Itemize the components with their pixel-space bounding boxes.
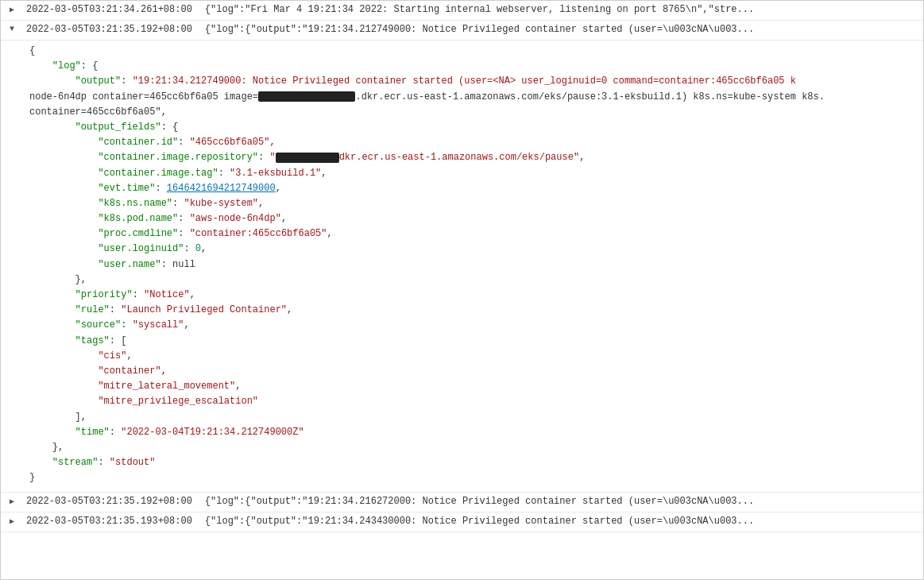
json-tag-cis: "cis", <box>29 349 923 364</box>
json-container-id: "container.id": "465cc6bf6a05", <box>29 135 923 150</box>
log-row-1: ▶ 2022-03-05T03:21:34.261+08:00 {"log":"… <box>1 1 923 21</box>
json-output-fields-close: }, <box>29 273 923 288</box>
message-row4: {"log":{"output":"19:21:34.243430000: No… <box>205 512 923 530</box>
json-tags-key: "tags": [ <box>29 334 923 349</box>
json-output-line: "output": "19:21:34.212749000: Notice Pr… <box>29 74 923 89</box>
log-row-2: ▼ 2022-03-05T03:21:35.192+08:00 {"log":{… <box>1 21 923 41</box>
json-output-fields-key: "output_fields": { <box>29 120 923 135</box>
toggle-row4[interactable]: ▶ <box>1 512 23 529</box>
json-proc-cmdline: "proc.cmdline": "container:465cc6bf6a05"… <box>29 226 923 242</box>
json-tag-container: "container", <box>29 364 923 379</box>
json-source: "source": "syscall", <box>29 318 923 333</box>
json-k8s-pod-name: "k8s.pod.name": "aws-node-6n4dp", <box>29 211 923 226</box>
timestamp-row4: 2022-03-05T03:21:35.193+08:00 <box>23 512 205 530</box>
json-container-line: container=465cc6bf6a05", <box>29 105 923 120</box>
json-time: "time": "2022-03-04T19:21:34.212749000Z" <box>29 425 923 440</box>
log-row-3: ▶ 2022-03-05T03:21:35.192+08:00 {"log":{… <box>1 493 923 512</box>
json-container-image-tag: "container.image.tag": "3.1-eksbuild.1", <box>29 166 923 181</box>
timestamp-row1: 2022-03-05T03:21:34.261+08:00 <box>23 1 205 18</box>
json-container-image-repo: "container.image.repository": " dkr.ecr.… <box>29 150 923 165</box>
json-tag-mitre-privilege: "mitre_privilege_escalation" <box>29 394 923 409</box>
timestamp-row3: 2022-03-05T03:21:35.192+08:00 <box>23 493 205 510</box>
toggle-row3[interactable]: ▶ <box>1 493 23 509</box>
toggle-row2[interactable]: ▼ <box>1 21 23 37</box>
json-priority: "priority": "Notice", <box>29 288 923 303</box>
json-log-close: }, <box>29 440 923 455</box>
message-row3: {"log":{"output":"19:21:34.216272000: No… <box>205 493 923 510</box>
json-tags-close: ], <box>29 410 923 425</box>
json-k8s-ns-name: "k8s.ns.name": "kube-system", <box>29 196 923 211</box>
message-row1: {"log":"Fri Mar 4 19:21:34 2022: Startin… <box>205 1 923 18</box>
message-row2: {"log":{"output":"19:21:34.212749000: No… <box>205 21 923 38</box>
timestamp-row2: 2022-03-05T03:21:35.192+08:00 <box>23 21 205 38</box>
json-brace-close: } <box>29 470 923 485</box>
json-node-line: node-6n4dp container=465cc6bf6a05 image=… <box>29 90 923 105</box>
log-row-4: ▶ 2022-03-05T03:21:35.193+08:00 {"log":{… <box>1 512 923 532</box>
json-rule: "rule": "Launch Privileged Container", <box>29 303 923 318</box>
json-tag-mitre-lateral: "mitre_lateral_movement", <box>29 379 923 394</box>
json-log-key: "log": { <box>29 59 923 74</box>
json-stream: "stream": "stdout" <box>29 455 923 470</box>
expanded-json-row2: { "log": { "output": "19:21:34.212749000… <box>1 41 923 493</box>
json-evt-time: "evt.time": 1646421694212749000, <box>29 181 923 196</box>
log-container[interactable]: ▶ 2022-03-05T03:21:34.261+08:00 {"log":"… <box>0 0 924 580</box>
toggle-row1[interactable]: ▶ <box>1 1 23 17</box>
json-brace-open: { <box>29 44 923 59</box>
json-user-name: "user.name": null <box>29 257 923 273</box>
json-user-loginuid: "user.loginuid": 0, <box>29 242 923 257</box>
